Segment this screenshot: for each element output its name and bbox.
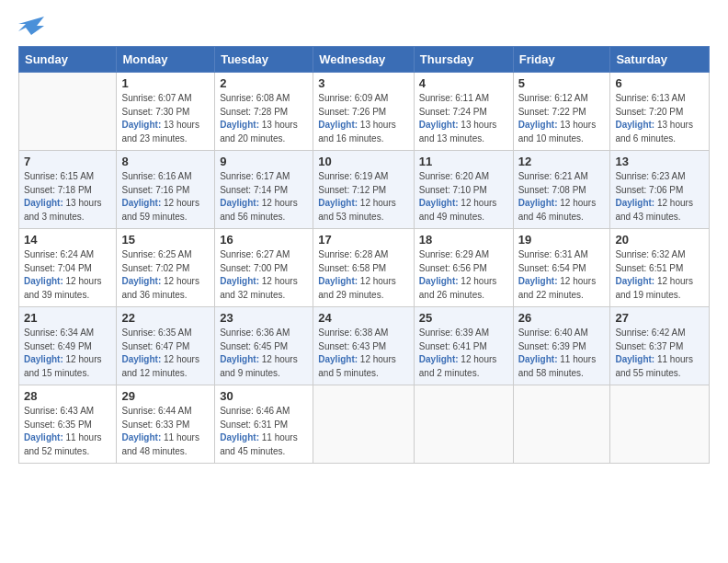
daylight-text: Daylight: 12 hours and 12 minutes. — [121, 353, 210, 380]
day-number: 10 — [318, 155, 409, 168]
page: SundayMondayTuesdayWednesdayThursdayFrid… — [0, 0, 728, 563]
day-number: 6 — [615, 76, 704, 90]
sunset-text: Sunset: 7:22 PM — [518, 106, 606, 120]
daylight-text: Daylight: 12 hours and 5 minutes. — [318, 353, 409, 380]
day-number: 21 — [24, 311, 111, 325]
day-info: Sunrise: 6:35 AMSunset: 6:47 PMDaylight:… — [121, 327, 210, 380]
sunset-text: Sunset: 7:10 PM — [419, 184, 508, 198]
daylight-text: Daylight: 13 hours and 6 minutes. — [615, 119, 704, 145]
day-info: Sunrise: 6:23 AMSunset: 7:06 PMDaylight:… — [615, 170, 704, 224]
day-info: Sunrise: 6:36 AMSunset: 6:45 PMDaylight:… — [220, 327, 308, 380]
daylight-text: Daylight: 12 hours and 9 minutes. — [220, 353, 308, 380]
daylight-label: Daylight: — [24, 432, 63, 442]
sunset-text: Sunset: 7:12 PM — [318, 184, 409, 198]
daylight-text: Daylight: 12 hours and 32 minutes. — [220, 275, 308, 302]
sunrise-text: Sunrise: 6:12 AM — [518, 92, 606, 106]
daylight-label: Daylight: — [24, 354, 63, 364]
sunrise-text: Sunrise: 6:15 AM — [24, 170, 111, 184]
daylight-text: Daylight: 12 hours and 19 minutes. — [615, 275, 704, 302]
day-info: Sunrise: 6:43 AMSunset: 6:35 PMDaylight:… — [24, 405, 111, 458]
daylight-label: Daylight: — [419, 276, 459, 286]
day-number: 1 — [121, 76, 210, 90]
daylight-label: Daylight: — [518, 354, 558, 364]
sunrise-text: Sunrise: 6:42 AM — [615, 327, 704, 340]
day-number: 9 — [220, 155, 308, 168]
day-cell: 21Sunrise: 6:34 AMSunset: 6:49 PMDayligh… — [19, 307, 117, 385]
day-number: 28 — [24, 389, 111, 403]
day-cell: 19Sunrise: 6:31 AMSunset: 6:54 PMDayligh… — [513, 229, 610, 307]
daylight-text: Daylight: 12 hours and 29 minutes. — [318, 275, 409, 302]
day-info: Sunrise: 6:42 AMSunset: 6:37 PMDaylight:… — [615, 327, 704, 380]
day-cell: 29Sunrise: 6:44 AMSunset: 6:33 PMDayligh… — [117, 385, 215, 464]
day-number: 2 — [220, 76, 308, 90]
day-number: 14 — [24, 233, 111, 247]
day-cell: 3Sunrise: 6:09 AMSunset: 7:26 PMDaylight… — [313, 73, 415, 151]
daylight-text: Daylight: 13 hours and 23 minutes. — [121, 119, 210, 145]
sunrise-text: Sunrise: 6:17 AM — [220, 170, 308, 184]
day-info: Sunrise: 6:24 AMSunset: 7:04 PMDaylight:… — [24, 248, 111, 302]
daylight-label: Daylight: — [318, 276, 358, 286]
week-row-3: 14Sunrise: 6:24 AMSunset: 7:04 PMDayligh… — [19, 229, 710, 307]
day-number: 3 — [318, 76, 409, 90]
sunset-text: Sunset: 7:16 PM — [121, 184, 210, 198]
day-info: Sunrise: 6:21 AMSunset: 7:08 PMDaylight:… — [518, 170, 606, 224]
daylight-label: Daylight: — [615, 198, 654, 208]
day-cell: 2Sunrise: 6:08 AMSunset: 7:28 PMDaylight… — [215, 73, 313, 151]
daylight-text: Daylight: 12 hours and 59 minutes. — [121, 197, 210, 224]
day-number: 19 — [518, 233, 606, 247]
day-info: Sunrise: 6:28 AMSunset: 6:58 PMDaylight:… — [318, 248, 409, 302]
day-info: Sunrise: 6:46 AMSunset: 6:31 PMDaylight:… — [220, 405, 308, 458]
day-cell — [513, 385, 610, 464]
daylight-text: Daylight: 11 hours and 58 minutes. — [518, 353, 606, 380]
day-info: Sunrise: 6:34 AMSunset: 6:49 PMDaylight:… — [24, 327, 111, 380]
svg-marker-0 — [18, 17, 44, 35]
daylight-label: Daylight: — [419, 198, 459, 208]
sunrise-text: Sunrise: 6:28 AM — [318, 248, 409, 262]
day-number: 27 — [615, 311, 704, 325]
sunset-text: Sunset: 7:04 PM — [24, 262, 111, 276]
daylight-label: Daylight: — [615, 120, 654, 130]
daylight-label: Daylight: — [121, 276, 161, 286]
day-cell: 30Sunrise: 6:46 AMSunset: 6:31 PMDayligh… — [215, 385, 313, 464]
day-cell: 16Sunrise: 6:27 AMSunset: 7:00 PMDayligh… — [215, 229, 313, 307]
day-number: 20 — [615, 233, 704, 247]
day-info: Sunrise: 6:27 AMSunset: 7:00 PMDaylight:… — [220, 248, 308, 302]
daylight-label: Daylight: — [518, 198, 558, 208]
sunrise-text: Sunrise: 6:43 AM — [24, 405, 111, 419]
daylight-text: Daylight: 12 hours and 39 minutes. — [24, 275, 111, 302]
daylight-text: Daylight: 11 hours and 55 minutes. — [615, 353, 704, 380]
day-cell: 1Sunrise: 6:07 AMSunset: 7:30 PMDaylight… — [117, 73, 215, 151]
day-cell: 28Sunrise: 6:43 AMSunset: 6:35 PMDayligh… — [19, 385, 117, 464]
weekday-header-friday: Friday — [513, 47, 610, 73]
daylight-label: Daylight: — [318, 198, 358, 208]
day-cell: 13Sunrise: 6:23 AMSunset: 7:06 PMDayligh… — [610, 151, 710, 229]
day-cell: 23Sunrise: 6:36 AMSunset: 6:45 PMDayligh… — [215, 307, 313, 385]
weekday-header-wednesday: Wednesday — [313, 47, 415, 73]
daylight-label: Daylight: — [518, 276, 558, 286]
day-info: Sunrise: 6:25 AMSunset: 7:02 PMDaylight:… — [121, 248, 210, 302]
daylight-label: Daylight: — [24, 198, 63, 208]
day-info: Sunrise: 6:40 AMSunset: 6:39 PMDaylight:… — [518, 327, 606, 380]
day-info: Sunrise: 6:19 AMSunset: 7:12 PMDaylight:… — [318, 170, 409, 224]
daylight-text: Daylight: 12 hours and 2 minutes. — [419, 353, 508, 380]
day-number: 22 — [121, 311, 210, 325]
daylight-text: Daylight: 12 hours and 36 minutes. — [121, 275, 210, 302]
sunrise-text: Sunrise: 6:39 AM — [419, 327, 508, 340]
daylight-label: Daylight: — [220, 276, 259, 286]
sunrise-text: Sunrise: 6:08 AM — [220, 92, 308, 106]
daylight-text: Daylight: 12 hours and 43 minutes. — [615, 197, 704, 224]
sunset-text: Sunset: 6:58 PM — [318, 262, 409, 276]
sunset-text: Sunset: 7:02 PM — [121, 262, 210, 276]
sunset-text: Sunset: 7:20 PM — [615, 106, 704, 120]
day-cell: 18Sunrise: 6:29 AMSunset: 6:56 PMDayligh… — [414, 229, 513, 307]
sunrise-text: Sunrise: 6:46 AM — [220, 405, 308, 419]
day-cell: 24Sunrise: 6:38 AMSunset: 6:43 PMDayligh… — [313, 307, 415, 385]
day-cell: 10Sunrise: 6:19 AMSunset: 7:12 PMDayligh… — [313, 151, 415, 229]
sunset-text: Sunset: 6:56 PM — [419, 262, 508, 276]
sunrise-text: Sunrise: 6:19 AM — [318, 170, 409, 184]
weekday-header-row: SundayMondayTuesdayWednesdayThursdayFrid… — [19, 47, 710, 73]
daylight-label: Daylight: — [419, 354, 459, 364]
daylight-text: Daylight: 12 hours and 22 minutes. — [518, 275, 606, 302]
sunset-text: Sunset: 6:35 PM — [24, 419, 111, 432]
daylight-label: Daylight: — [615, 354, 654, 364]
